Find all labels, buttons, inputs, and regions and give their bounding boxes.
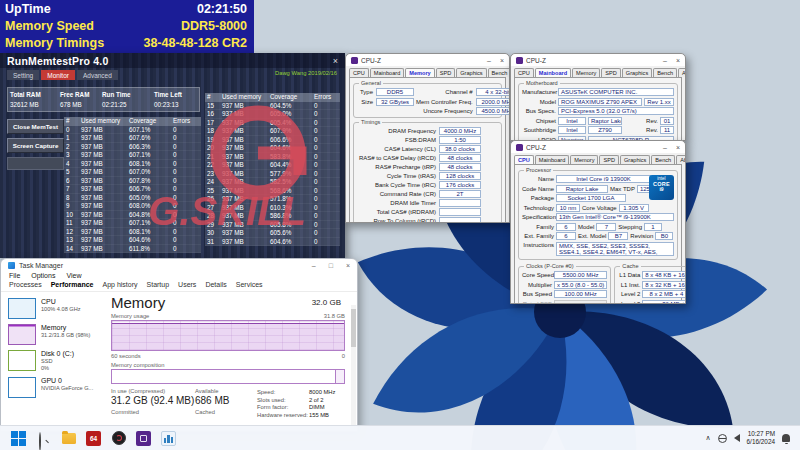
minimize-icon[interactable]: –: [663, 144, 667, 151]
scrollbar-thumb[interactable]: [351, 309, 356, 347]
volume-icon[interactable]: [734, 434, 740, 442]
cpuz-tab[interactable]: Mainboard: [535, 68, 571, 77]
l1-inst: 8 x 32 KB + 16 x 64 KB: [642, 281, 686, 289]
timing-row: Command Rate (CR) 2T: [357, 190, 498, 198]
timing-row: RAS# to CAS# Delay (tRCD) 48 clocks: [357, 154, 498, 162]
minimize-icon[interactable]: –: [487, 57, 491, 64]
taskmanager-tab[interactable]: App history: [102, 281, 137, 288]
osd-row: Memory Timings 38-48-48-128 CR2: [5, 35, 247, 52]
chevron-up-icon[interactable]: ∧: [705, 434, 710, 442]
cpuz-tab[interactable]: Bench: [488, 68, 510, 77]
clock[interactable]: 10:27 PM 6/16/2024: [747, 430, 775, 446]
timing-row: Row To Column (tRCD): [357, 217, 498, 223]
close-memtest-button[interactable]: Close MemTest: [7, 119, 64, 134]
cpuz-tab[interactable]: Graphics: [620, 155, 650, 164]
start-button[interactable]: [10, 430, 27, 447]
blank-button: [7, 157, 64, 170]
instructions: MMX, SSE, SSE2, SSE3, SSSE3, SSE4.1, SSE…: [556, 242, 674, 256]
info-header: Free RAM: [60, 91, 102, 98]
close-icon[interactable]: ×: [676, 57, 680, 64]
task-manager-button[interactable]: [160, 430, 177, 447]
memtest-credit: Dawg Wang 2019/02/16: [275, 70, 337, 76]
tab-setting[interactable]: Setting: [7, 70, 39, 80]
info-header: Total RAM: [10, 91, 60, 98]
chipset: Raptor Lake: [588, 117, 622, 125]
cpuz-tab[interactable]: Memory: [405, 68, 434, 77]
gskill-button[interactable]: [110, 430, 127, 447]
taskmanager-tab[interactable]: Performance: [51, 281, 94, 288]
table-row: 6 937 MB 607.8% 0: [64, 177, 201, 186]
memtest64-button[interactable]: 64: [85, 430, 102, 447]
taskmanager-tab[interactable]: Services: [236, 281, 263, 288]
minimize-icon[interactable]: –: [312, 262, 316, 269]
cpuz-tab[interactable]: Graphics: [622, 68, 652, 77]
cpuz-button[interactable]: [135, 430, 152, 447]
timing-row: DRAM Frequency 4000.0 MHz: [357, 127, 498, 135]
table-row: 15 937 MB 604.5% 0: [205, 102, 340, 111]
cpuz-tab[interactable]: SPD: [436, 68, 456, 77]
timing-row: Cycle Time (tRAS) 128 clocks: [357, 172, 498, 180]
tray-date: 6/16/2024: [747, 438, 775, 446]
cpuz-tab[interactable]: Graphics: [456, 68, 486, 77]
memtest-titlebar: RunMemtestPro 4.0 ×: [0, 53, 345, 68]
time-left-value: 00:23:13: [154, 101, 203, 108]
memory-size: 32 GBytes: [376, 98, 414, 106]
cpuz-tab[interactable]: Mainboard: [535, 155, 569, 164]
notification-bell-icon[interactable]: [782, 434, 790, 442]
taskmanager-tab[interactable]: Startup: [147, 281, 170, 288]
cpuz-tab[interactable]: Mainboard: [370, 68, 404, 77]
screen-capture-button[interactable]: Screen Capture: [7, 138, 64, 153]
taskmanager-tab[interactable]: Processes: [9, 281, 42, 288]
table-row: 10 937 MB 604.8% 0: [64, 211, 201, 220]
cpuz-tab[interactable]: About: [678, 68, 686, 77]
processor-group: Processor intel CORE i9 NameIntel Core i…: [518, 170, 678, 260]
general-group: General Type DDR5 Channel # 4 x 32-bit S…: [353, 83, 502, 118]
memory-composition-bar: [111, 369, 345, 384]
available-value: 686 MB: [195, 395, 247, 406]
menu-item[interactable]: View: [66, 272, 81, 279]
cpuz-tab[interactable]: Memory: [570, 155, 598, 164]
menu-item[interactable]: File: [9, 272, 20, 279]
close-icon[interactable]: ×: [500, 57, 504, 64]
table-row: 19 937 MB 606.6% 0: [205, 136, 340, 145]
table-row: 18 937 MB 607.9% 0: [205, 127, 340, 136]
sidebar-item[interactable]: Disk 0 (C:) SSD 0%: [6, 347, 99, 374]
task-manager-window: Task Manager – □ × FileOptionsView Proce…: [0, 258, 358, 432]
cpuz-tab[interactable]: Bench: [651, 155, 675, 164]
vertical-scrollbar[interactable]: [351, 305, 356, 431]
cpuz-tab[interactable]: CPU: [349, 68, 369, 77]
close-icon[interactable]: ×: [676, 144, 680, 151]
cpuz-tab[interactable]: About: [676, 155, 686, 164]
memory-tab-page: General Type DDR5 Channel # 4 x 32-bit S…: [349, 77, 506, 223]
cpuz-tab[interactable]: Bench: [653, 68, 677, 77]
memtest-title: RunMemtestPro 4.0: [7, 55, 108, 67]
close-icon[interactable]: ×: [346, 262, 350, 269]
minimize-icon[interactable]: –: [663, 57, 667, 64]
close-icon[interactable]: ×: [333, 56, 338, 66]
taskmanager-tab[interactable]: Users: [178, 281, 196, 288]
search-button[interactable]: [35, 430, 52, 447]
timing-row: CAS# Latency (CL) 38.0 clocks: [357, 145, 498, 153]
cpuz-tab[interactable]: SPD: [599, 155, 619, 164]
tab-monitor[interactable]: Monitor: [41, 70, 75, 80]
cpuz-tab[interactable]: CPU: [514, 68, 534, 77]
sidebar-item[interactable]: CPU 100% 4.08 GHz: [6, 295, 99, 321]
network-icon[interactable]: [718, 434, 727, 443]
file-explorer-button[interactable]: [60, 430, 77, 447]
tab-advanced[interactable]: Advanced: [77, 70, 118, 80]
sidebar-item[interactable]: GPU 0 NVIDIA GeForce G...: [6, 374, 99, 400]
taskmanager-tab[interactable]: Details: [205, 281, 226, 288]
menu-item[interactable]: Options: [31, 272, 55, 279]
bus-speed: 100.00 MHz: [554, 290, 607, 298]
cpuz-tab[interactable]: SPD: [601, 68, 621, 77]
memtest-window: RunMemtestPro 4.0 × Setting Monitor Adva…: [0, 53, 345, 258]
cpuz-tab[interactable]: CPU: [514, 155, 534, 164]
table-row: 13 937 MB 604.6% 0: [64, 236, 201, 245]
mini-graph-thumbnail: [8, 377, 36, 398]
system-tray: ∧ 10:27 PM 6/16/2024: [705, 430, 790, 446]
cpuz-tab[interactable]: Memory: [572, 68, 600, 77]
uncore-frequency: 4500.0 MHz: [476, 107, 510, 115]
maximize-icon[interactable]: □: [329, 262, 333, 269]
sidebar-item[interactable]: Memory 31.2/31.8 GB (98%): [6, 321, 99, 347]
timing-row: Bank Cycle Time (tRC) 176 clocks: [357, 181, 498, 189]
